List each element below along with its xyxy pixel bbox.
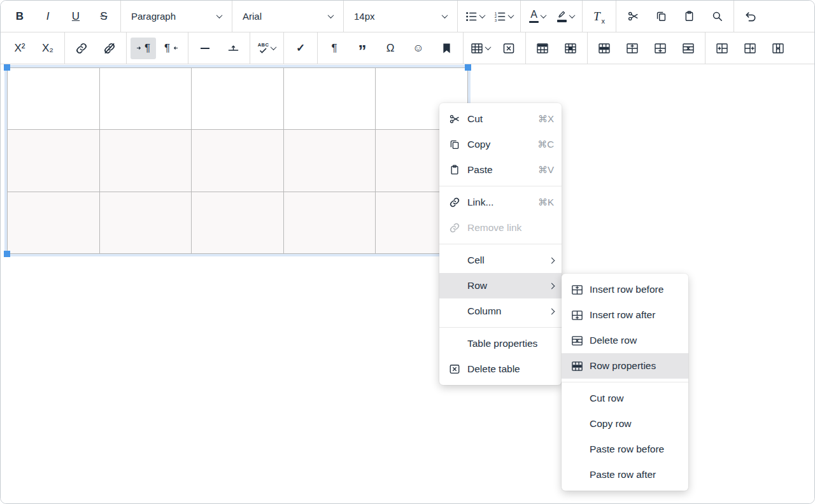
emoji-button[interactable]: ☺ — [406, 38, 431, 59]
submenu-item-delete-row[interactable]: Delete row — [562, 328, 688, 353]
checkmark-button[interactable]: ✓ — [288, 38, 313, 59]
row-properties-button[interactable] — [592, 38, 617, 59]
font-family-select[interactable]: Arial — [236, 6, 339, 27]
font-size-select[interactable]: 14px — [348, 6, 453, 27]
spellcheck-button[interactable]: ABC — [254, 38, 280, 59]
page-break-button[interactable] — [220, 38, 246, 59]
context-menu-item-cell[interactable]: Cell — [439, 248, 562, 273]
submenu-item-row-properties[interactable]: Row properties — [562, 353, 688, 379]
copy-button[interactable] — [648, 6, 674, 27]
special-character-button[interactable]: Ω — [378, 38, 403, 59]
chevron-down-icon — [271, 44, 277, 50]
chevron-right-icon — [549, 308, 555, 314]
paste-button[interactable] — [676, 6, 702, 27]
bookmark-button[interactable] — [434, 38, 459, 59]
delete-table-button[interactable] — [496, 38, 521, 59]
link-icon — [75, 42, 88, 55]
context-menu-item-paste[interactable]: Paste ⌘V — [439, 157, 562, 183]
horizontal-rule-button[interactable] — [192, 38, 218, 59]
blockquote-button[interactable]: ” — [350, 38, 375, 59]
submenu-item-paste-row-before[interactable]: Paste row before — [562, 437, 688, 462]
paragraph-format-select[interactable]: Paragraph — [125, 6, 228, 27]
context-menu-item-delete-table[interactable]: Delete table — [439, 356, 562, 382]
table-cell[interactable] — [8, 192, 100, 253]
undo-button[interactable] — [738, 6, 763, 27]
chevron-down-icon — [442, 12, 448, 18]
context-menu-item-table-properties[interactable]: Table properties — [439, 331, 562, 356]
chevron-right-icon — [549, 257, 555, 263]
submenu-item-paste-row-after[interactable]: Paste row after — [562, 462, 688, 487]
bold-button[interactable]: B — [7, 6, 32, 27]
submenu-item-insert-row-before[interactable]: Insert row before — [562, 277, 688, 302]
delete-row-button[interactable] — [676, 38, 701, 59]
table-cell[interactable] — [192, 68, 284, 130]
insert-row-before-button[interactable] — [620, 38, 645, 59]
table-cell[interactable] — [8, 130, 100, 192]
cell-properties-button[interactable] — [558, 38, 583, 59]
cell-properties-icon — [564, 42, 577, 55]
list-group: 123 — [458, 1, 520, 32]
fontsize-group: 14px — [344, 1, 457, 32]
superscript-button[interactable]: X² — [7, 38, 32, 59]
insert-column-before-button[interactable] — [709, 38, 735, 59]
table-cell[interactable] — [8, 68, 100, 130]
table-cell[interactable] — [99, 192, 192, 253]
clear-formatting-button[interactable]: Tx — [586, 6, 612, 27]
table-cell[interactable] — [192, 192, 284, 253]
toolbar-row-1: B I U S Paragraph Arial 14px — [1, 1, 814, 32]
submenu-item-insert-row-after[interactable]: Insert row after — [562, 302, 688, 328]
insert-table-button[interactable] — [467, 38, 493, 59]
ltr-button[interactable]: ¶ — [131, 38, 156, 59]
italic-button[interactable]: I — [35, 6, 60, 27]
context-menu-item-copy[interactable]: Copy ⌘C — [439, 132, 562, 157]
table-resize-handle-nw[interactable] — [4, 64, 10, 71]
table-cell[interactable] — [192, 130, 284, 192]
subscript-button[interactable]: X₂ — [35, 38, 60, 59]
undo-group — [734, 1, 767, 32]
toolbar-row-2: X² X₂ ¶ ¶ — [1, 32, 814, 64]
rtl-button[interactable]: ¶ — [159, 38, 184, 59]
insert-column-after-button[interactable] — [737, 38, 763, 59]
table-main-group — [464, 32, 525, 64]
insert-row-after-button[interactable] — [648, 38, 673, 59]
table-properties-button[interactable] — [530, 38, 555, 59]
bullet-list-button[interactable] — [462, 6, 488, 27]
underline-button[interactable]: U — [63, 6, 89, 27]
context-menu-item-row[interactable]: Row — [439, 273, 562, 298]
paragraph-mark-button[interactable]: ¶ — [322, 38, 347, 59]
search-icon — [711, 10, 723, 22]
table-cell[interactable] — [99, 68, 192, 130]
insert-link-button[interactable] — [69, 38, 94, 59]
text-color-button[interactable]: A — [525, 6, 550, 27]
table-cell[interactable] — [283, 130, 376, 192]
context-menu-item-link[interactable]: Link... ⌘K — [439, 190, 562, 215]
cut-button[interactable] — [620, 6, 646, 27]
table-cell[interactable] — [99, 130, 192, 192]
numbered-list-button[interactable]: 123 — [490, 6, 516, 27]
table-resize-handle-ne[interactable] — [465, 64, 471, 71]
submenu-item-copy-row[interactable]: Copy row — [562, 411, 688, 437]
delete-column-button[interactable] — [765, 38, 791, 59]
context-menu-item-cut[interactable]: Cut ⌘X — [439, 106, 562, 132]
delete-table-icon — [502, 42, 515, 55]
context-menu-item-column[interactable]: Column — [439, 298, 562, 324]
table-resize-handle-sw[interactable] — [4, 251, 10, 257]
selected-table[interactable] — [7, 67, 468, 254]
submenu-item-cut-row[interactable]: Cut row — [562, 386, 688, 411]
delete-table-icon — [448, 363, 462, 375]
editor-content-area[interactable] — [1, 64, 814, 503]
table-row — [8, 130, 468, 192]
table-cell[interactable] — [283, 192, 376, 253]
chevron-right-icon — [549, 283, 555, 289]
context-menu-item-remove-link[interactable]: Remove link — [439, 215, 562, 241]
clear-format-group: Tx — [583, 1, 616, 32]
rtl-arrow-icon — [173, 45, 178, 51]
strikethrough-button[interactable]: S — [91, 6, 117, 27]
table-cell[interactable] — [283, 68, 376, 130]
svg-text:3: 3 — [495, 17, 497, 22]
shortcut-label: ⌘X — [538, 113, 554, 125]
remove-link-button[interactable] — [97, 38, 122, 59]
search-button[interactable] — [704, 6, 730, 27]
highlight-color-button[interactable] — [553, 6, 578, 27]
shortcut-label: ⌘K — [538, 197, 554, 208]
